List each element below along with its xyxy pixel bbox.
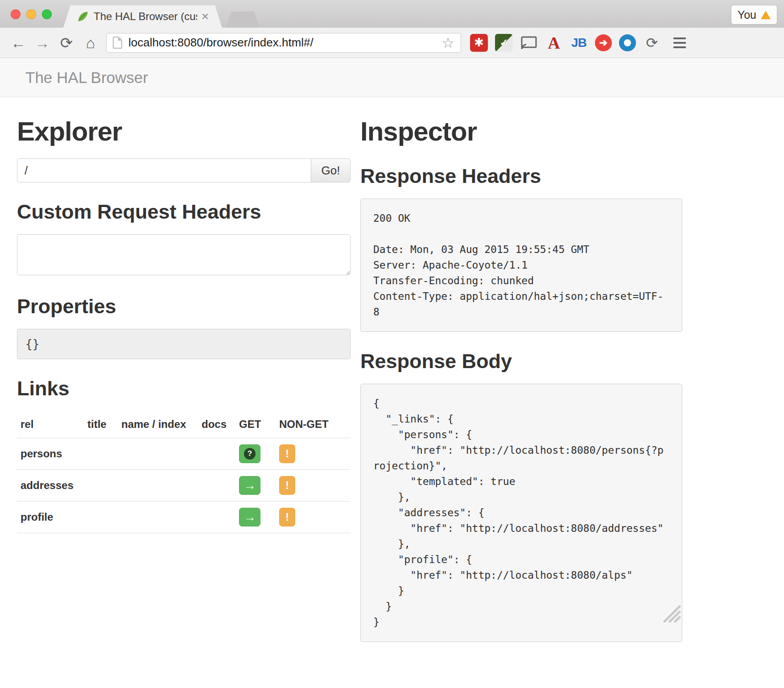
response-body: { "_links": { "persons": { "href": "http… <box>360 384 682 642</box>
get-button[interactable]: → <box>239 508 260 526</box>
back-button[interactable]: ← <box>8 33 29 53</box>
site-header: The HAL Browser <box>0 58 784 97</box>
table-row: profile → ! <box>17 501 351 533</box>
links-header-rel: rel <box>17 411 84 438</box>
extensions-row: ✱ ✓ A JB ➔ ⟳ <box>470 34 661 52</box>
close-window-button[interactable] <box>11 9 21 19</box>
exclamation-icon: ! <box>285 511 289 523</box>
links-title: Links <box>17 377 351 400</box>
cast-icon[interactable] <box>520 34 538 52</box>
table-row: persons ? ! <box>17 438 351 470</box>
brand-title: The HAL Browser <box>25 69 148 87</box>
page-icon <box>113 37 122 49</box>
link-rel: profile <box>17 501 84 533</box>
non-get-button[interactable]: ! <box>279 444 295 463</box>
custom-headers-title: Custom Request Headers <box>17 200 351 224</box>
new-tab-button[interactable] <box>226 12 260 28</box>
arrow-right-icon: → <box>244 480 256 492</box>
links-header-docs: docs <box>198 411 235 438</box>
profile-button[interactable]: You <box>731 5 777 24</box>
exclamation-icon: ! <box>285 479 289 492</box>
bookmark-star-icon[interactable]: ☆ <box>442 34 454 51</box>
reload-button[interactable]: ⟳ <box>56 33 77 53</box>
links-header-title: title <box>84 411 118 438</box>
zoom-window-button[interactable] <box>42 9 52 19</box>
browser-tab[interactable]: The HAL Browser (customiz × <box>63 5 222 28</box>
jetbrains-icon[interactable]: JB <box>570 34 588 52</box>
profile-label: You <box>738 8 756 21</box>
history-icon[interactable]: ⟳ <box>643 34 661 52</box>
links-header-get: GET <box>235 411 276 438</box>
explorer-address-input[interactable] <box>17 158 311 182</box>
blue-circle-icon[interactable] <box>619 34 636 51</box>
table-row: addresses → ! <box>17 470 351 501</box>
lastpass-icon[interactable]: ✱ <box>470 34 488 52</box>
resize-grip-icon[interactable] <box>661 603 681 625</box>
get-button[interactable]: ? <box>239 444 260 463</box>
response-body-title: Response Body <box>360 350 682 373</box>
question-circle-icon: ? <box>244 448 256 460</box>
checker-icon[interactable]: ✓ <box>495 34 513 52</box>
link-rel: persons <box>17 438 84 470</box>
links-table: rel title name / index docs GET NON-GET … <box>17 411 351 533</box>
non-get-button[interactable]: ! <box>279 476 295 495</box>
warning-icon <box>761 11 771 19</box>
minimize-window-button[interactable] <box>26 9 36 19</box>
menu-icon[interactable] <box>671 35 689 51</box>
response-headers: 200 OK Date: Mon, 03 Aug 2015 19:55:45 G… <box>360 199 682 332</box>
explorer-panel: Explorer Go! Custom Request Headers Prop… <box>17 97 351 642</box>
tab-strip: The HAL Browser (customiz × You <box>0 0 784 28</box>
home-button[interactable]: ⌂ <box>80 33 101 53</box>
explorer-title: Explorer <box>17 116 351 147</box>
arrow-right-icon: → <box>244 511 256 523</box>
link-rel: addresses <box>17 470 84 501</box>
browser-toolbar: ← → ⟳ ⌂ localhost:8080/browser/index.htm… <box>0 28 784 58</box>
spring-leaf-favicon <box>77 10 89 23</box>
properties-title: Properties <box>17 295 351 318</box>
non-get-button[interactable]: ! <box>279 508 295 526</box>
response-headers-title: Response Headers <box>360 165 682 188</box>
exclamation-icon: ! <box>285 448 289 460</box>
url-text[interactable]: localhost:8080/browser/index.html#/ <box>128 36 435 50</box>
links-header-nonget: NON-GET <box>276 411 351 438</box>
red-badge-icon[interactable]: ➔ <box>595 34 612 51</box>
forward-button[interactable]: → <box>32 33 53 53</box>
go-button[interactable]: Go! <box>311 158 351 182</box>
custom-headers-textarea[interactable] <box>17 234 351 275</box>
letter-a-icon[interactable]: A <box>545 34 563 52</box>
get-button[interactable]: → <box>239 476 260 495</box>
links-header-name: name / index <box>118 411 198 438</box>
address-bar[interactable]: localhost:8080/browser/index.html#/ ☆ <box>106 33 461 53</box>
inspector-panel: Inspector Response Headers 200 OK Date: … <box>360 97 682 642</box>
tab-title: The HAL Browser (customiz <box>94 10 197 23</box>
tab-close-icon[interactable]: × <box>202 10 209 23</box>
inspector-title: Inspector <box>360 116 682 147</box>
properties-value <box>17 329 351 359</box>
window-controls <box>11 9 52 19</box>
